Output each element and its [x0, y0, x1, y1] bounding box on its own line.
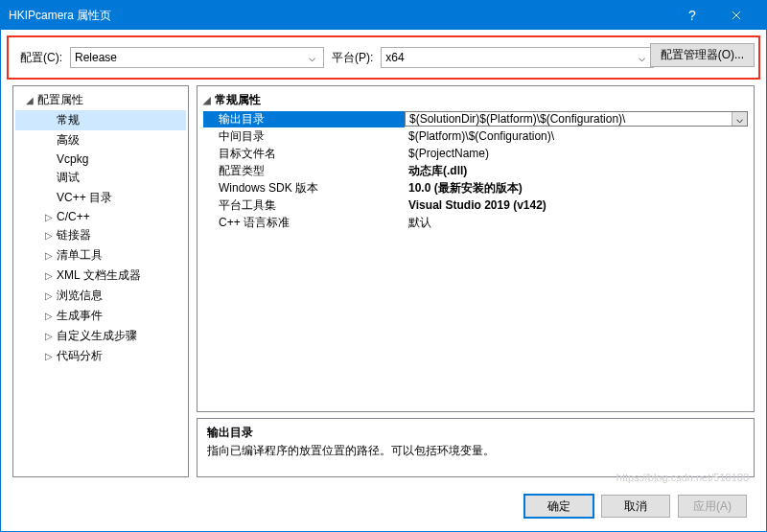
dropdown-button[interactable]: ⌵	[732, 112, 747, 126]
expander-icon: ▷	[44, 351, 54, 361]
cancel-button[interactable]: 取消	[601, 495, 670, 518]
expander-icon: ◢	[203, 95, 211, 105]
config-combo[interactable]: Release ⌵	[70, 47, 324, 68]
tree-item-xmldoc[interactable]: ▷XML 文档生成器	[15, 266, 186, 286]
window-title: HKIPcamera 属性页	[9, 8, 670, 24]
prop-row-config-type[interactable]: 配置类型动态库(.dll)	[203, 162, 748, 179]
tree-item-manifest[interactable]: ▷清单工具	[15, 245, 186, 266]
expander-icon: ▷	[44, 270, 54, 281]
titlebar: HKIPcamera 属性页 ?	[1, 1, 766, 30]
platform-combo[interactable]: x64 ⌵	[381, 47, 654, 68]
prop-row-target-name[interactable]: 目标文件名$(ProjectName)	[203, 145, 748, 162]
chevron-down-icon: ⌵	[736, 112, 743, 126]
prop-row-sdk-version[interactable]: Windows SDK 版本10.0 (最新安装的版本)	[203, 179, 748, 197]
tree-item-vcpkg[interactable]: Vcpkg	[15, 150, 186, 168]
config-value: Release	[75, 51, 304, 64]
nav-tree[interactable]: ◢ 配置属性 常规 高级 Vcpkg 调试 VC++ 目录 ▷C/C++ ▷链接…	[12, 85, 189, 477]
expander-icon: ▷	[44, 250, 54, 261]
tree-item-buildevents[interactable]: ▷生成事件	[15, 306, 186, 326]
chevron-down-icon: ⌵	[304, 51, 319, 64]
platform-value: x64	[385, 51, 634, 64]
tree-item-linker[interactable]: ▷链接器	[15, 225, 186, 245]
prop-name: 输出目录	[203, 111, 405, 127]
config-manager-button[interactable]: 配置管理器(O)...	[650, 43, 755, 67]
prop-row-toolset[interactable]: 平台工具集Visual Studio 2019 (v142)	[203, 197, 748, 214]
tree-root[interactable]: ◢ 配置属性	[15, 90, 186, 110]
expander-icon: ▷	[44, 230, 54, 241]
description-body: 指向已编译程序的放置位置的路径。可以包括环境变量。	[207, 443, 744, 459]
close-icon	[732, 11, 741, 20]
property-pages-window: HKIPcamera 属性页 ? 配置(C): Release ⌵ 平台(P):…	[0, 0, 767, 532]
tree-item-codeanalysis[interactable]: ▷代码分析	[15, 346, 186, 366]
expander-icon: ▷	[44, 331, 54, 341]
prop-row-cpp-standard[interactable]: C++ 语言标准默认	[203, 214, 748, 231]
help-button[interactable]: ?	[670, 1, 714, 30]
tree-item-general[interactable]: 常规	[15, 110, 186, 130]
tree-item-ccpp[interactable]: ▷C/C++	[15, 208, 186, 225]
property-group-header[interactable]: ◢ 常规属性	[203, 90, 748, 110]
expander-icon: ▷	[44, 311, 54, 321]
close-button[interactable]	[714, 1, 758, 30]
tree-item-vcdirs[interactable]: VC++ 目录	[15, 188, 186, 208]
prop-value[interactable]: $(SolutionDir)$(Platform)\$(Configuratio…	[405, 111, 748, 127]
expander-icon: ▷	[44, 290, 54, 301]
prop-row-intermediate-dir[interactable]: 中间目录$(Platform)\$(Configuration)\	[203, 127, 748, 145]
property-grid[interactable]: ◢ 常规属性 输出目录 $(SolutionDir)$(Platform)\$(…	[197, 85, 755, 412]
description-panel: 输出目录 指向已编译程序的放置位置的路径。可以包括环境变量。	[197, 418, 755, 477]
config-toolbar: 配置(C): Release ⌵ 平台(P): x64 ⌵	[7, 35, 760, 80]
tree-item-debug[interactable]: 调试	[15, 168, 186, 188]
tree-item-browseinfo[interactable]: ▷浏览信息	[15, 286, 186, 306]
tree-item-custombuild[interactable]: ▷自定义生成步骤	[15, 326, 186, 346]
dialog-footer: 确定 取消 应用(A) https://blog.csdn.net/510100	[1, 485, 766, 531]
description-title: 输出目录	[207, 425, 744, 441]
platform-label: 平台(P):	[332, 50, 373, 66]
config-label: 配置(C):	[20, 50, 62, 66]
tree-item-advanced[interactable]: 高级	[15, 130, 186, 150]
apply-button[interactable]: 应用(A)	[678, 495, 747, 518]
expander-icon: ▷	[44, 212, 54, 222]
tree-root-label: 配置属性	[37, 92, 83, 108]
main-area: ◢ 配置属性 常规 高级 Vcpkg 调试 VC++ 目录 ▷C/C++ ▷链接…	[1, 85, 766, 485]
right-pane: ◢ 常规属性 输出目录 $(SolutionDir)$(Platform)\$(…	[197, 85, 755, 477]
expander-icon: ◢	[25, 95, 35, 105]
ok-button[interactable]: 确定	[524, 495, 593, 518]
chevron-down-icon: ⌵	[634, 51, 649, 64]
prop-row-output-dir[interactable]: 输出目录 $(SolutionDir)$(Platform)\$(Configu…	[203, 110, 748, 127]
